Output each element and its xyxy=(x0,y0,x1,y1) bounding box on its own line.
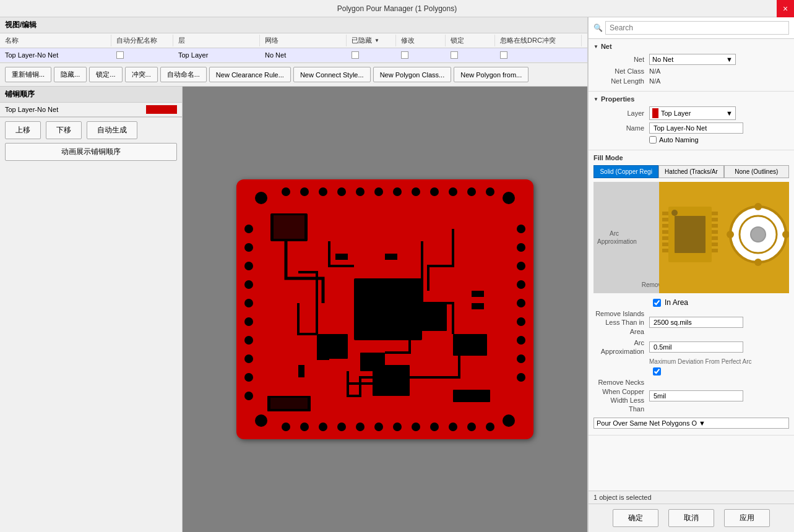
remove-necks-input[interactable] xyxy=(649,390,743,401)
svg-point-41 xyxy=(393,423,402,431)
connect-style-button[interactable]: New Connect Style... xyxy=(293,67,371,82)
search-input[interactable] xyxy=(605,21,789,35)
repour-button[interactable]: 重新铺铜... xyxy=(5,67,51,82)
remove-necks-row: Remove Necks When Copper Width Less Than xyxy=(593,378,789,413)
pcb-canvas xyxy=(183,87,587,532)
pour-over-dropdown[interactable]: Pour Over Same Net Polygons O ▼ xyxy=(593,418,789,429)
cancel-button[interactable]: 取消 xyxy=(668,509,714,527)
cell-hidden xyxy=(347,50,396,60)
net-section: ▼ Net Net No Net ▼ Net Class N/A Net Len… xyxy=(589,39,794,92)
netlength-prop-row: Net Length N/A xyxy=(593,77,789,85)
col-header-lock: 锁定 xyxy=(446,35,495,46)
svg-point-17 xyxy=(244,243,253,252)
bottom-buttons: 确定 取消 应用 xyxy=(589,504,794,532)
netlength-label: Net Length xyxy=(593,77,649,85)
polygon-class-button[interactable]: New Polygon Class... xyxy=(373,67,452,82)
svg-point-45 xyxy=(467,423,476,431)
svg-point-1 xyxy=(282,187,290,196)
fill-mode-none-button[interactable]: None (Outlines) xyxy=(724,165,789,178)
arc-approx-input[interactable] xyxy=(649,341,743,353)
svg-point-40 xyxy=(374,423,383,431)
svg-point-4 xyxy=(337,187,346,196)
svg-rect-66 xyxy=(662,224,668,228)
search-bar: 🔍 xyxy=(589,17,794,39)
remove-necks-checkbox[interactable] xyxy=(653,367,661,375)
col-header-hidden[interactable]: 已隐藏 ▼ xyxy=(347,35,396,46)
pour-order-color-swatch xyxy=(146,105,177,114)
move-up-button[interactable]: 上移 xyxy=(5,121,41,139)
search-icon: 🔍 xyxy=(593,24,603,32)
pour-over-row: Pour Over Same Net Polygons O ▼ xyxy=(593,418,789,429)
net-label: Net xyxy=(593,56,649,63)
layer-dropdown[interactable]: Top Layer ▼ xyxy=(649,106,736,120)
autonaming-checkbox[interactable] xyxy=(649,136,657,144)
apply-button[interactable]: 应用 xyxy=(724,509,770,527)
net-dropdown[interactable]: No Net ▼ xyxy=(649,54,736,65)
svg-point-13 xyxy=(503,192,515,204)
remove-islands-row: Remove Islands Less Than in Area xyxy=(593,309,789,336)
svg-rect-67 xyxy=(662,230,668,234)
cell-name: Top Layer-No Net xyxy=(0,50,111,60)
clearance-rule-button[interactable]: New Clearance Rule... xyxy=(209,67,291,82)
autonaming-button[interactable]: 自动命名... xyxy=(160,67,207,82)
name-input[interactable] xyxy=(649,122,743,134)
svg-rect-65 xyxy=(662,218,668,221)
svg-point-46 xyxy=(486,423,494,431)
in-area-checkbox[interactable] xyxy=(653,299,661,307)
svg-point-20 xyxy=(244,299,253,307)
remove-necks-label: Remove Necks When Copper Width Less Than xyxy=(593,378,649,413)
svg-rect-69 xyxy=(662,242,668,246)
pour-order-section: 铺铜顺序 Top Layer-No Net xyxy=(0,87,182,117)
col-header-net: 网络 xyxy=(260,35,347,46)
fill-mode-hatched-button[interactable]: Hatched (Tracks/Ar xyxy=(658,165,723,178)
table-section: 视图/编辑 名称 自动分配名称 层 网络 已隐藏 ▼ 修改 锁定 忽略在线DRC… xyxy=(0,17,587,63)
remove-necks-checkbox-row xyxy=(593,367,789,375)
svg-rect-75 xyxy=(712,236,718,240)
close-button[interactable]: × xyxy=(777,0,794,17)
svg-rect-52 xyxy=(410,303,447,331)
fill-mode-section: Fill Mode Solid (Copper Regi Hatched (Tr… xyxy=(589,150,794,435)
svg-rect-73 xyxy=(712,224,718,228)
svg-rect-79 xyxy=(675,216,706,253)
svg-rect-55 xyxy=(270,398,308,409)
remove-islands-input[interactable] xyxy=(649,317,743,328)
polygon-from-button[interactable]: New Polygon from... xyxy=(454,67,529,82)
svg-point-78 xyxy=(671,210,678,216)
ok-button[interactable]: 确定 xyxy=(613,509,658,527)
triangle-icon-2: ▼ xyxy=(593,97,598,102)
in-area-label: In Area xyxy=(665,298,688,307)
table-row[interactable]: Top Layer-No Net Top Layer No Net xyxy=(0,48,587,62)
svg-point-31 xyxy=(517,317,525,326)
cell-lock xyxy=(446,50,495,60)
svg-point-82 xyxy=(751,227,766,242)
fill-mode-solid-button[interactable]: Solid (Copper Regi xyxy=(593,165,658,178)
window-title: Polygon Pour Manager (1 Polygons) xyxy=(337,4,457,13)
hide-button[interactable]: 隐藏... xyxy=(54,67,87,82)
svg-point-36 xyxy=(300,423,309,431)
properties-section: ▼ Properties Layer Top Layer ▼ Name xyxy=(589,92,794,150)
svg-point-85 xyxy=(727,231,734,238)
net-prop-row: Net No Net ▼ xyxy=(593,54,789,65)
svg-rect-58 xyxy=(385,254,397,260)
svg-rect-70 xyxy=(662,249,668,252)
svg-point-83 xyxy=(754,203,762,210)
lock-button[interactable]: 锁定... xyxy=(89,67,122,82)
svg-rect-74 xyxy=(712,230,718,234)
svg-point-0 xyxy=(255,192,267,204)
move-down-button[interactable]: 下移 xyxy=(46,121,82,139)
svg-rect-61 xyxy=(472,303,484,309)
animate-button[interactable]: 动画展示铺铜顺序 xyxy=(5,143,177,161)
pour-order-row[interactable]: Top Layer-No Net xyxy=(0,103,182,116)
svg-point-43 xyxy=(430,423,439,431)
table-header: 名称 自动分配名称 层 网络 已隐藏 ▼ 修改 锁定 忽略在线DRC冲突 xyxy=(0,33,587,48)
svg-point-6 xyxy=(374,187,383,196)
svg-point-30 xyxy=(517,299,525,307)
auto-generate-button[interactable]: 自动生成 xyxy=(87,121,137,139)
conflict-button[interactable]: 冲突... xyxy=(125,67,158,82)
layer-prop-row: Layer Top Layer ▼ xyxy=(593,106,789,120)
col-header-ignore: 忽略在线DRC冲突 xyxy=(495,35,582,46)
title-bar: Polygon Pour Manager (1 Polygons) × xyxy=(0,0,794,17)
col-header-layer: 层 xyxy=(173,35,260,46)
svg-rect-72 xyxy=(712,218,718,221)
svg-point-28 xyxy=(517,262,525,270)
